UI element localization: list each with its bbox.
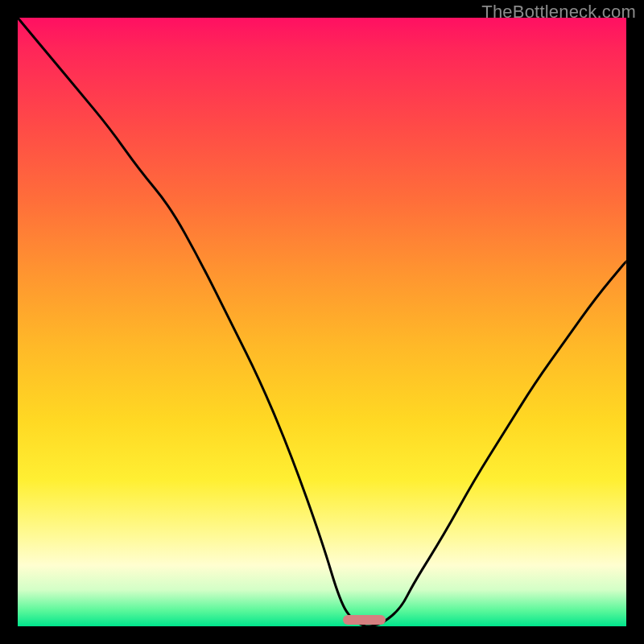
curve-path — [18, 18, 626, 626]
plot-area — [18, 18, 626, 626]
chart-frame: TheBottleneck.com — [0, 0, 644, 644]
bottleneck-curve — [18, 18, 626, 626]
optimal-marker — [343, 615, 386, 625]
